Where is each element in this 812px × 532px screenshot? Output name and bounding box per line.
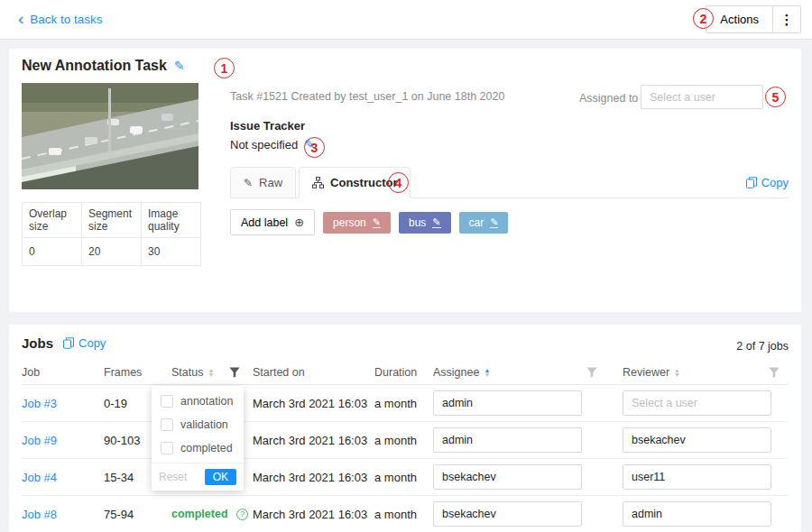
status-completed-text: completed [171, 508, 228, 520]
started-on-cell: March 3rd 2021 16:03 [253, 471, 374, 484]
table-row: Job #8 75-94 completed ? March 3rd 2021 … [22, 496, 789, 532]
reviewer-input[interactable] [623, 390, 771, 416]
param-value-quality: 30 [142, 238, 201, 266]
issue-tracker-value-text: Not specified [230, 138, 298, 151]
jobs-table-header: Job Frames Status ▲ ▼ Started on Duratio… [22, 361, 789, 385]
assignee-input[interactable] [433, 390, 582, 416]
task-params-table: Overlap size Segment size Image quality … [22, 202, 201, 266]
param-value-overlap: 0 [23, 238, 82, 266]
annotation-marker-1: 1 [214, 58, 235, 78]
question-circle-icon[interactable]: ? [236, 509, 248, 520]
assignee-input[interactable] [433, 427, 582, 453]
caret-down-icon: ▼ [208, 372, 214, 377]
filter-option-annotation[interactable]: annotation [152, 390, 244, 413]
edit-label-icon: ✎ [490, 217, 498, 228]
more-icon: ⋮ [780, 12, 794, 28]
label-tag-person[interactable]: person ✎ [323, 212, 391, 234]
copy-labels-label: Copy [761, 176, 789, 189]
job-link[interactable]: Job #4 [22, 471, 57, 484]
duration-cell: a month [374, 434, 433, 447]
back-to-tasks-link[interactable]: ‹ Back to tasks [18, 11, 103, 28]
jobs-card: Jobs Copy 2 of 7 jobs Job Frames Status … [9, 325, 801, 532]
duration-cell: a month [374, 508, 433, 521]
param-header-segment: Segment size [82, 203, 142, 238]
copy-icon [746, 177, 757, 188]
column-started-on: Started on [253, 366, 374, 379]
reviewer-input[interactable] [623, 501, 771, 527]
raw-edit-icon: ✎ [244, 177, 253, 189]
frames-cell: 75-94 [104, 508, 171, 521]
filter-option-completed[interactable]: completed [152, 436, 244, 460]
add-label-text: Add label [241, 216, 288, 229]
label-tag-bus[interactable]: bus ✎ [399, 212, 451, 234]
task-title-text: New Annotation Task [22, 58, 167, 74]
checkbox-icon[interactable] [161, 442, 173, 454]
copy-jobs-link[interactable]: Copy [63, 336, 106, 350]
param-header-overlap: Overlap size [23, 203, 82, 238]
reviewer-input[interactable] [623, 464, 771, 490]
assignee-input[interactable] [433, 501, 582, 527]
assigned-to-input[interactable] [641, 85, 763, 109]
started-on-cell: March 3rd 2021 16:03 [253, 397, 374, 410]
column-assignee[interactable]: Assignee ▲ ▼ [433, 366, 623, 379]
filter-ok-button[interactable]: OK [205, 469, 236, 485]
column-status-label: Status [171, 366, 203, 379]
started-on-cell: March 3rd 2021 16:03 [253, 508, 374, 521]
actions-button[interactable]: Actions [706, 5, 773, 33]
jobs-header: Jobs Copy [22, 335, 106, 351]
caret-down-icon: ▼ [484, 372, 490, 377]
label-tag-car[interactable]: car ✎ [459, 212, 509, 234]
sort-carets[interactable]: ▲ ▼ [208, 368, 214, 377]
issue-tracker-value: Not specified ✎ [230, 137, 315, 151]
annotation-marker-3: 3 [304, 137, 325, 158]
filter-option-validation[interactable]: validation [152, 413, 244, 436]
param-value-segment: 20 [82, 238, 142, 266]
assigned-to-label: Assigned to [579, 92, 638, 105]
job-link[interactable]: Job #9 [22, 434, 57, 447]
job-link[interactable]: Job #8 [22, 508, 57, 521]
column-reviewer-label: Reviewer [623, 366, 669, 379]
tab-raw[interactable]: ✎ Raw [230, 167, 296, 198]
duration-cell: a month [374, 471, 433, 484]
column-reviewer[interactable]: Reviewer ▲ ▼ [623, 366, 789, 379]
copy-labels-link[interactable]: Copy [746, 176, 789, 197]
label-tag-bus-name: bus [409, 216, 426, 229]
assignee-input[interactable] [433, 464, 582, 490]
column-duration: Duration [374, 366, 433, 379]
sort-carets[interactable]: ▲ ▼ [484, 368, 490, 377]
more-menu-button[interactable]: ⋮ [773, 5, 801, 33]
job-link[interactable]: Job #3 [22, 397, 57, 410]
started-on-cell: March 3rd 2021 16:03 [253, 434, 374, 447]
label-tag-car-name: car [469, 216, 484, 229]
assignee-filter-icon[interactable] [586, 367, 597, 378]
filter-footer: Reset OK [152, 463, 244, 491]
annotation-marker-2: 2 [693, 8, 714, 29]
reviewer-input[interactable] [623, 427, 771, 453]
top-bar: ‹ Back to tasks Actions ⋮ [0, 0, 812, 40]
tab-raw-label: Raw [259, 176, 282, 189]
status-filter-dropdown: annotation validation completed Reset OK [152, 386, 244, 491]
reviewer-filter-icon[interactable] [769, 367, 780, 378]
task-meta-text: Task #1521 Created by test_user_1 on Jun… [230, 90, 504, 103]
task-page: ‹ Back to tasks Actions ⋮ New Annotation… [0, 0, 812, 532]
edit-label-icon: ✎ [373, 217, 381, 228]
back-link-label: Back to tasks [30, 13, 102, 26]
jobs-title: Jobs [22, 335, 53, 351]
jobs-table: Job Frames Status ▲ ▼ Started on Duratio… [22, 361, 789, 532]
actions-button-group: Actions ⋮ [706, 5, 801, 33]
status-cell: completed ? [171, 507, 253, 521]
issue-tracker-label: Issue Tracker [230, 119, 305, 133]
copy-icon [63, 337, 74, 349]
annotation-marker-5: 5 [765, 87, 786, 107]
add-label-button[interactable]: Add label ⊕ [230, 209, 315, 235]
checkbox-icon[interactable] [161, 418, 173, 431]
edit-title-icon[interactable]: ✎ [174, 59, 185, 73]
column-frames: Frames [104, 366, 171, 379]
column-status[interactable]: Status ▲ ▼ [171, 366, 253, 379]
filter-reset-button[interactable]: Reset [159, 471, 187, 483]
caret-down-icon: ▼ [674, 372, 680, 377]
status-filter-icon[interactable] [229, 367, 240, 378]
checkbox-icon[interactable] [161, 395, 173, 408]
constructor-icon [312, 177, 324, 188]
sort-carets[interactable]: ▲ ▼ [674, 368, 680, 377]
